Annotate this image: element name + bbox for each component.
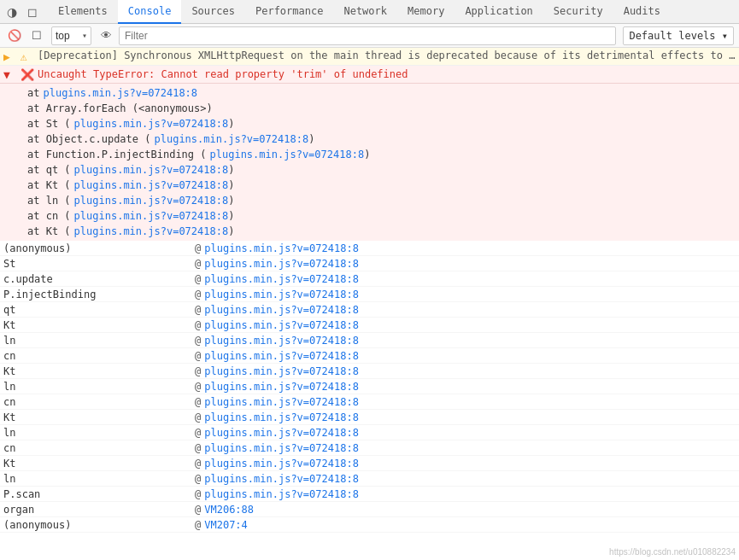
stack-link-8[interactable]: plugins.min.js?v=072418:8 <box>74 195 229 207</box>
stack-file-link[interactable]: plugins.min.js?v=072418:8 <box>204 350 359 362</box>
stack-line-3: at St ( plugins.min.js?v=072418:8 ) <box>21 116 736 131</box>
table-row: cn@plugins.min.js?v=072418:8 <box>0 394 739 410</box>
error-expand-arrow[interactable]: ▼ <box>3 68 17 81</box>
stack-file-link[interactable]: plugins.min.js?v=072418:8 <box>204 289 359 300</box>
stack-line-4: at Object.c.update ( plugins.min.js?v=07… <box>21 131 736 147</box>
stack-fn-name: cn <box>3 396 191 408</box>
warning-row: ▶ ⚠ [Deprecation] Synchronous XMLHttpReq… <box>0 48 739 66</box>
table-row: Kt@plugins.min.js?v=072418:8 <box>0 410 739 425</box>
stack-file-link[interactable]: plugins.min.js?v=072418:8 <box>204 319 359 331</box>
stack-file-link[interactable]: plugins.min.js?v=072418:8 <box>204 242 359 254</box>
stack-fn-name: P.scan <box>3 488 191 500</box>
tab-network[interactable]: Network <box>333 0 397 24</box>
console-output: ▶ ⚠ [Deprecation] Synchronous XMLHttpReq… <box>0 48 739 560</box>
select-arrow-icon: ▾ <box>82 31 87 40</box>
stack-link-3[interactable]: plugins.min.js?v=072418:8 <box>74 118 229 130</box>
tab-bar: ◑ ◻ Elements Console Sources Performance… <box>0 0 739 24</box>
tab-application[interactable]: Application <box>455 0 543 24</box>
stack-fn-name: ln <box>3 335 191 347</box>
stack-file-link[interactable]: plugins.min.js?v=072418:8 <box>204 442 359 454</box>
tab-security[interactable]: Security <box>543 0 613 24</box>
stack-file-link[interactable]: VM206:88 <box>204 504 254 516</box>
table-row: ln@plugins.min.js?v=072418:8 <box>0 425 739 440</box>
tab-memory[interactable]: Memory <box>397 0 455 24</box>
eye-icon-button[interactable]: 👁 <box>97 26 115 45</box>
stack-link-6[interactable]: plugins.min.js?v=072418:8 <box>74 164 229 176</box>
stack-fn-name: qt <box>3 304 191 316</box>
error-header-row: ▼ ❌ Uncaught TypeError: Cannot read prop… <box>0 66 739 84</box>
stack-fn-name: cn <box>3 442 191 454</box>
tab-sources[interactable]: Sources <box>181 0 245 24</box>
stack-fn-name: ln <box>3 427 191 439</box>
table-row: cn@plugins.min.js?v=072418:8 <box>0 440 739 456</box>
stack-file-link[interactable]: plugins.min.js?v=072418:8 <box>204 411 359 423</box>
stack-at-symbol: @ <box>195 258 201 270</box>
stack-line-6: at qt ( plugins.min.js?v=072418:8 ) <box>21 162 736 178</box>
stack-file-link[interactable]: plugins.min.js?v=072418:8 <box>204 258 359 270</box>
stack-link-10[interactable]: plugins.min.js?v=072418:8 <box>74 225 229 237</box>
console-toolbar: 🚫 ☐ top ▾ 👁 Default levels ▾ <box>0 24 739 48</box>
device-icon[interactable]: ◻ <box>24 3 41 20</box>
stack-at-symbol: @ <box>195 381 201 393</box>
stack-link-7[interactable]: plugins.min.js?v=072418:8 <box>74 179 229 191</box>
table-row: Kt@plugins.min.js?v=072418:8 <box>0 456 739 471</box>
stack-file-link[interactable]: VM207:4 <box>204 519 248 531</box>
table-row: St@plugins.min.js?v=072418:8 <box>0 256 739 271</box>
table-row: Kt@plugins.min.js?v=072418:8 <box>0 364 739 379</box>
inspect-icon[interactable]: ◑ <box>3 3 21 20</box>
table-row: P.injectBinding@plugins.min.js?v=072418:… <box>0 287 739 302</box>
context-selector[interactable]: top <box>56 30 80 42</box>
tab-performance[interactable]: Performance <box>245 0 333 24</box>
table-row: c.update@plugins.min.js?v=072418:8 <box>0 271 739 287</box>
stack-file-link[interactable]: plugins.min.js?v=072418:8 <box>204 273 359 285</box>
stack-line-5: at Function.P.injectBinding ( plugins.mi… <box>21 147 736 162</box>
table-row: qt@plugins.min.js?v=072418:8 <box>0 302 739 318</box>
stack-fn-name: Kt <box>3 365 191 377</box>
stack-fn-name: P.injectBinding <box>3 289 191 300</box>
log-levels-selector[interactable]: Default levels ▾ <box>623 26 734 45</box>
tab-elements[interactable]: Elements <box>48 0 118 24</box>
stack-table: (anonymous)@plugins.min.js?v=072418:8St@… <box>0 241 739 533</box>
tab-icon-group: ◑ ◻ <box>3 3 41 20</box>
stack-at-symbol: @ <box>195 442 201 454</box>
tab-console[interactable]: Console <box>118 0 182 24</box>
stack-file-link[interactable]: plugins.min.js?v=072418:8 <box>204 381 359 393</box>
stack-at-symbol: @ <box>195 411 201 423</box>
stack-file-link[interactable]: plugins.min.js?v=072418:8 <box>204 458 359 470</box>
stack-link-5[interactable]: plugins.min.js?v=072418:8 <box>210 149 365 160</box>
stack-file-link[interactable]: plugins.min.js?v=072418:8 <box>204 365 359 377</box>
stack-file-link[interactable]: plugins.min.js?v=072418:8 <box>204 473 359 485</box>
stack-at-symbol: @ <box>195 242 201 254</box>
preserve-log-button[interactable]: ☐ <box>27 26 46 45</box>
stack-at-symbol: @ <box>195 427 201 439</box>
warning-triangle-icon: ⚠ <box>21 50 34 63</box>
stack-at-symbol: @ <box>195 488 201 500</box>
stack-link-9[interactable]: plugins.min.js?v=072418:8 <box>74 210 229 222</box>
stack-at-symbol: @ <box>195 335 201 347</box>
watermark: https://blog.csdn.net/u010882234 <box>609 547 736 557</box>
stack-line-10: at Kt ( plugins.min.js?v=072418:8 ) <box>21 224 736 239</box>
stack-link-4[interactable]: plugins.min.js?v=072418:8 <box>155 133 309 145</box>
stack-file-link[interactable]: plugins.min.js?v=072418:8 <box>204 396 359 408</box>
stack-file-link[interactable]: plugins.min.js?v=072418:8 <box>204 427 359 439</box>
stack-at-symbol: @ <box>195 504 201 516</box>
stack-line-8: at ln ( plugins.min.js?v=072418:8 ) <box>21 193 736 208</box>
warning-icon: ▶ <box>3 50 17 63</box>
clear-console-button[interactable]: 🚫 <box>5 26 24 45</box>
stack-fn-name: Kt <box>3 319 191 331</box>
stack-fn-name: organ <box>3 504 191 516</box>
stack-at-symbol: @ <box>195 458 201 470</box>
filter-input[interactable] <box>119 26 616 45</box>
table-row: ln@plugins.min.js?v=072418:8 <box>0 379 739 394</box>
stack-file-link[interactable]: plugins.min.js?v=072418:8 <box>204 335 359 347</box>
table-row: (anonymous)@plugins.min.js?v=072418:8 <box>0 241 739 256</box>
stack-link-1[interactable]: plugins.min.js?v=072418:8 <box>43 87 197 99</box>
tab-audits[interactable]: Audits <box>613 0 671 24</box>
stack-file-link[interactable]: plugins.min.js?v=072418:8 <box>204 488 359 500</box>
table-row: Kt@plugins.min.js?v=072418:8 <box>0 318 739 333</box>
stack-file-link[interactable]: plugins.min.js?v=072418:8 <box>204 304 359 316</box>
table-row: organ@VM206:88 <box>0 502 739 517</box>
stack-at-symbol: @ <box>195 519 201 531</box>
stack-at-symbol: @ <box>195 273 201 285</box>
error-circle-icon: ❌ <box>21 68 34 81</box>
